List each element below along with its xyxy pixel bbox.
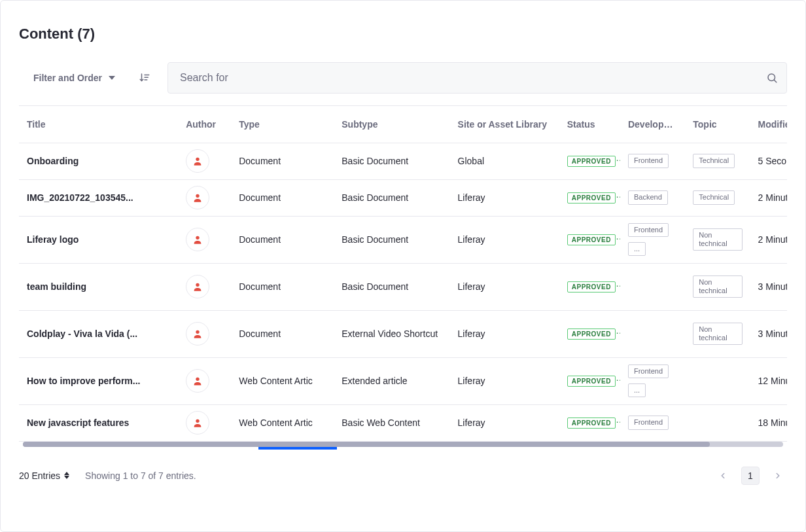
svg-point-4	[196, 283, 200, 287]
table-row[interactable]: Onboarding Document Basic Document Globa…	[19, 143, 787, 179]
dev-more-tag[interactable]: ...	[628, 383, 646, 397]
col-status[interactable]: Status	[559, 106, 620, 143]
cell-type: Web Content Artic	[231, 404, 334, 441]
cell-author	[178, 179, 231, 216]
col-subtype[interactable]: Subtype	[334, 106, 449, 143]
page-number-current[interactable]: 1	[741, 467, 760, 485]
sort-button[interactable]	[135, 68, 154, 88]
entries-info: Showing 1 to 7 of 7 entries.	[85, 470, 196, 481]
dev-tag[interactable]: Frontend	[628, 364, 669, 378]
horizontal-scrollbar[interactable]	[19, 442, 787, 448]
table-row[interactable]: How to improve perform... Web Content Ar…	[19, 357, 787, 404]
col-site[interactable]: Site or Asset Library	[450, 106, 559, 143]
author-avatar[interactable]	[186, 411, 209, 434]
topic-tag[interactable]: Technical	[693, 154, 735, 168]
status-badge: APPROVED	[567, 281, 616, 293]
author-avatar[interactable]	[186, 275, 209, 298]
cell-author	[178, 143, 231, 179]
table-row[interactable]: Coldplay - Viva la Vida (... Document Ex…	[19, 310, 787, 357]
cell-type: Document	[231, 179, 334, 216]
col-type[interactable]: Type	[231, 106, 334, 143]
svg-point-3	[196, 236, 200, 239]
user-icon	[192, 328, 203, 339]
topic-tag[interactable]: Technical	[693, 190, 735, 204]
cell-title: Onboarding	[19, 143, 178, 179]
col-developers[interactable]: Developers	[620, 106, 685, 143]
cell-modified: 2 Minutes Ago	[750, 179, 787, 216]
table-header-row: Title Author Type Subtype Site or Asset …	[19, 106, 787, 143]
cell-status: APPROVED	[559, 404, 620, 441]
cell-developers: Backend	[620, 179, 685, 216]
status-badge: APPROVED	[567, 192, 616, 204]
cell-author	[178, 357, 231, 404]
cell-modified: 12 Minutes Ago	[750, 357, 787, 404]
cell-site: Liferay	[450, 404, 559, 441]
table-row[interactable]: New javascript features Web Content Arti…	[19, 404, 787, 441]
cell-topic	[685, 357, 750, 404]
cell-site: Global	[450, 143, 559, 179]
cell-author	[178, 263, 231, 310]
col-title[interactable]: Title	[19, 106, 178, 143]
status-badge: APPROVED	[567, 376, 616, 387]
table-row[interactable]: IMG_20210722_103545... Document Basic Do…	[19, 179, 787, 216]
cell-modified: 18 Minutes Ago	[750, 404, 787, 441]
cell-developers	[620, 263, 685, 310]
author-avatar[interactable]	[186, 149, 209, 173]
cell-title: New javascript features	[19, 404, 178, 441]
cell-topic: Non technical	[685, 216, 750, 263]
cell-status: APPROVED	[559, 216, 620, 263]
chevron-right-icon	[773, 471, 782, 480]
pagination: 1	[714, 467, 787, 485]
table-row[interactable]: Liferay logo Document Basic Document Lif…	[19, 216, 787, 263]
table-footer: 20 Entries Showing 1 to 7 of 7 entries. …	[19, 448, 787, 485]
col-author[interactable]: Author	[178, 106, 231, 143]
cell-site: Liferay	[450, 357, 559, 404]
author-avatar[interactable]	[186, 322, 209, 346]
topic-tag[interactable]: Non technical	[693, 275, 742, 298]
author-avatar[interactable]	[186, 186, 209, 209]
filter-order-button[interactable]: Filter and Order	[27, 67, 122, 88]
search-input[interactable]	[167, 62, 787, 94]
cell-status: APPROVED	[559, 143, 620, 179]
updown-icon	[64, 472, 69, 479]
cell-subtype: Basic Document	[334, 216, 449, 263]
topic-tag[interactable]: Non technical	[693, 228, 742, 251]
next-page-button[interactable]	[769, 467, 787, 485]
svg-point-5	[196, 330, 200, 334]
cell-modified: 3 Minutes Ago	[750, 263, 787, 310]
cell-subtype: Basic Document	[334, 143, 449, 179]
status-badge: APPROVED	[567, 234, 616, 245]
cell-topic: Technical	[685, 143, 750, 179]
cell-subtype: Basic Web Content	[334, 404, 449, 441]
chevron-left-icon	[718, 471, 727, 480]
status-badge: APPROVED	[567, 417, 616, 429]
table-row[interactable]: team building Document Basic Document Li…	[19, 263, 787, 310]
scrollbar-thumb[interactable]	[23, 442, 710, 447]
content-table-scroll[interactable]: Title Author Type Subtype Site or Asset …	[19, 105, 787, 442]
col-modified[interactable]: Modified	[750, 106, 787, 143]
svg-point-7	[196, 419, 200, 423]
author-avatar[interactable]	[186, 369, 209, 393]
chevron-down-icon	[109, 76, 115, 80]
dev-tag[interactable]: Frontend	[628, 416, 669, 429]
cell-subtype: External Video Shortcut	[334, 310, 449, 357]
cell-status: APPROVED	[559, 179, 620, 216]
active-indicator	[258, 447, 337, 450]
dev-tag[interactable]: Frontend	[628, 223, 669, 237]
prev-page-button[interactable]	[714, 467, 732, 485]
cell-topic: Technical	[685, 179, 750, 216]
dev-tag[interactable]: Backend	[628, 190, 668, 204]
cell-topic: Non technical	[685, 263, 750, 310]
entries-per-page-select[interactable]: 20 Entries	[19, 470, 69, 481]
status-badge: APPROVED	[567, 156, 616, 167]
topic-tag[interactable]: Non technical	[693, 323, 742, 345]
dev-more-tag[interactable]: ...	[628, 242, 646, 256]
cell-developers: Frontend ...	[620, 216, 685, 263]
cell-type: Document	[231, 143, 334, 179]
user-icon	[192, 417, 203, 428]
col-topic[interactable]: Topic	[685, 106, 750, 143]
author-avatar[interactable]	[186, 228, 209, 251]
dev-tag[interactable]: Frontend	[628, 154, 669, 168]
cell-developers: Frontend ...	[620, 357, 685, 404]
page-title: Content (7)	[19, 26, 787, 43]
